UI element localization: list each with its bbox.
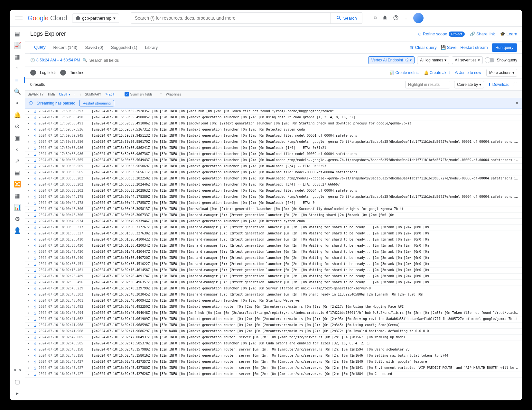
log-row[interactable]: ▸i2024-07-10 18:02:40.494[2m2024-07-10T1… [25,310,522,316]
nav-menu-button[interactable] [15,14,23,22]
log-row[interactable]: ▸i2024-07-10 17:59:07.536[2m2024-07-10T1… [25,127,522,133]
log-row[interactable]: ▸i2024-07-10 18:01:06.327[2m2024-07-10T1… [25,231,522,237]
help-icon[interactable] [393,15,399,22]
rail-item-metrics[interactable]: 📈 [14,42,21,49]
rail-item-dashboard[interactable]: ▤ [14,31,21,37]
rail-item-settings[interactable]: ⚙ [14,216,21,222]
rail-item-perm[interactable]: 👤 [14,227,21,234]
expand-icon[interactable]: ▸ [28,122,32,125]
log-row[interactable]: ▸i2024-07-10 18:02:40.239[2m2024-07-10T1… [25,286,522,292]
expand-icon[interactable]: ▸ [28,201,32,205]
time-nav-next[interactable]: ↓ [79,93,81,96]
summary-fields-toggle[interactable]: ✓ [125,92,129,96]
expand-icon[interactable]: ▸ [28,287,32,290]
run-query-button[interactable]: Run query [492,43,517,52]
expand-icon[interactable]: ▸ [28,152,32,156]
highlight-input[interactable] [405,81,450,88]
expand-icon[interactable]: ▸ [28,342,32,345]
rail-collapse[interactable]: ▸ [14,390,21,396]
log-row[interactable]: ▸i2024-07-10 18:00:03.565[2m2024-07-10T1… [25,170,522,176]
log-row[interactable]: ▸i2024-07-10 18:00:03.565[2m2024-07-10T1… [25,164,522,170]
rail-item-groups[interactable]: ▤ [14,169,21,176]
rail-item-integ[interactable]: ⚬⚬ [14,367,21,373]
search-all-fields-input[interactable] [89,58,366,63]
download-button[interactable]: ⬇ Download [488,82,509,87]
log-row[interactable]: ▸i2024-07-10 17:59:05.491[2m2024-07-10T1… [25,121,522,127]
expand-icon[interactable]: ▸ [28,146,32,150]
log-row[interactable]: ▸i2024-07-10 18:02:45.427[2m2024-07-10T1… [25,365,522,371]
expand-icon[interactable]: ▸ [28,329,32,333]
gcp-logo[interactable]: Google Cloud [28,14,67,22]
jump-to-now-button[interactable]: ⊙ Jump to now [455,70,481,75]
create-alert-button[interactable]: 🔔 Create alert [424,70,450,75]
log-row[interactable]: ▸i2024-07-10 18:00:03.565[2m2024-07-10T1… [25,158,522,164]
log-row[interactable]: ▸i2024-07-10 18:02:16.461[2m2024-07-10T1… [25,268,522,274]
expand-icon[interactable]: ▸ [28,372,32,376]
global-search-button[interactable]: Search [331,12,362,24]
log-row[interactable]: ▸i2024-07-10 18:00:46.306[2m2024-07-10T1… [25,213,522,219]
resource-filter-chip[interactable]: Vertex AI Endpoint +2 ▾ [368,56,415,64]
log-row[interactable]: ▸i2024-07-10 17:59:36.986[2m2024-07-10T1… [25,151,522,158]
expand-icon[interactable]: ▸ [28,366,32,369]
rail-item-storage[interactable]: ▦ [14,54,21,60]
log-row[interactable]: ▸i2024-07-10 17:59:36.986[2m2024-07-10T1… [25,145,522,151]
log-row[interactable]: ▸i2024-07-10 18:02:41.968[2m2024-07-10T1… [25,323,522,329]
expand-icon[interactable]: ▸ [28,268,32,272]
expand-icon[interactable]: ▸ [28,262,32,266]
expand-icon[interactable]: ▸ [28,189,32,192]
expand-icon[interactable]: ▸ [28,311,32,314]
rail-item-chart[interactable]: ⫯ [14,65,21,72]
log-row[interactable]: ▸i2024-07-10 18:01:26.410[2m2024-07-10T1… [25,237,522,243]
rail-item-uptime[interactable]: ⚬ [14,146,21,153]
rail-item-trace[interactable]: 🔀 [14,181,21,187]
correlate-by-menu[interactable]: Correlate by ▾ [454,81,484,88]
restart-streaming-button[interactable]: Restart streaming [79,100,114,106]
rail-item-error[interactable]: ⊘ [14,123,21,130]
remove-timeline[interactable]: − [60,70,66,76]
learn-button[interactable]: 🎓 Learn [500,32,517,36]
tab-recent[interactable]: Recent (143) [49,42,81,53]
edit-columns-button[interactable]: ✎ Edit [105,93,114,96]
expand-icon[interactable]: ▸ [28,299,32,302]
rail-item-trend[interactable]: 📊 [14,204,21,211]
severities-chip[interactable]: All severities ▾ [452,56,482,64]
expand-icon[interactable]: ▸ [28,158,32,162]
log-row[interactable]: ▸i2024-07-10 18:02:40.303[2m2024-07-10T1… [25,292,522,298]
rail-item-logs[interactable]: ≡ [10,77,25,83]
expand-icon[interactable]: ▸ [28,317,32,321]
log-row[interactable]: ▸i2024-07-10 18:02:41.062[2m2024-07-10T1… [25,316,522,323]
clear-query-button[interactable]: 🗑 Clear query [410,45,437,50]
expand-icon[interactable]: ▸ [28,115,32,119]
expand-icon[interactable]: ▸ [28,348,32,351]
rail-item-dot[interactable]: • [14,100,21,106]
log-row[interactable]: ▸i2024-07-10 18:02:43.585[2m2024-07-10T1… [25,341,522,347]
log-row[interactable]: ▸i2024-07-10 18:01:46.430[2m2024-07-10T1… [25,249,522,255]
refine-scope-button[interactable]: ⊙ Refine scope Project [418,32,465,37]
expand-icon[interactable]: ▸ [28,354,32,357]
tab-library[interactable]: Library [141,42,162,53]
log-row[interactable]: ▸i2024-07-10 18:00:46.306[2m2024-07-10T1… [25,206,522,213]
expand-icon[interactable]: ▸ [28,274,32,278]
expand-icon[interactable]: ▸ [28,128,32,131]
log-row[interactable]: ▸i2024-07-10 18:00:56.317[2m2024-07-10T1… [25,225,522,231]
log-row[interactable]: ▸i2024-07-10 18:02:36.496[2m2024-07-10T1… [25,280,522,286]
tab-saved[interactable]: Saved (0) [81,42,107,53]
expand-icon[interactable]: ▸ [28,195,32,198]
project-selector[interactable]: gcp-partnership ▾ [72,14,119,23]
expand-icon[interactable]: ▸ [28,250,32,253]
show-query-toggle[interactable] [485,58,494,62]
expand-icon[interactable]: ▸ [28,244,32,247]
log-row[interactable]: ▸i2024-07-10 18:00:33.202[2m2024-07-10T1… [25,188,522,194]
expand-icon[interactable]: ▸ [28,183,32,186]
expand-icon[interactable]: ▸ [28,225,32,229]
log-row[interactable]: ▸i2024-07-10 18:00:49.934[2m2024-07-10T1… [25,219,522,225]
tab-query[interactable]: Query [30,41,49,53]
user-avatar[interactable] [413,13,424,23]
expand-icon[interactable]: ▸ [28,360,32,363]
create-metric-button[interactable]: 📊 Create metric [389,70,418,75]
log-row[interactable]: ▸i2024-07-10 17:59:05.393[2m2024-07-10T1… [25,109,522,115]
log-row[interactable]: ▸i2024-07-10 17:59:05.490[2m2024-07-10T1… [25,115,522,121]
wrap-lines-toggle[interactable]: − [160,92,165,96]
time-nav-prev[interactable]: ↑ [74,93,76,96]
expand-icon[interactable]: ▸ [28,232,32,235]
